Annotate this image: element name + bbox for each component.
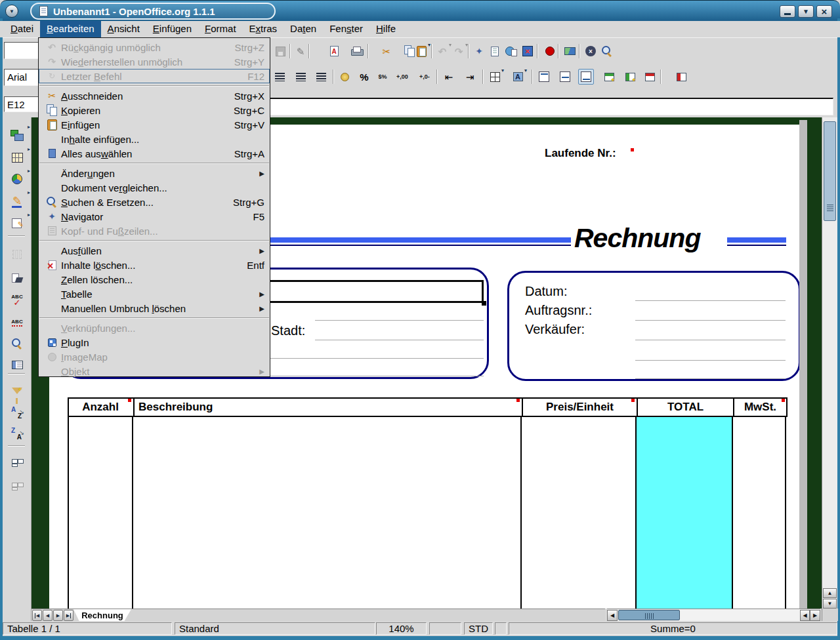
redo-button[interactable]: ↷▾ — [451, 43, 467, 59]
record-button[interactable] — [542, 43, 558, 59]
horizontal-scroll-thumb[interactable] — [618, 610, 680, 620]
window-menu-button[interactable]: ▼ — [5, 5, 18, 18]
cut-button[interactable]: ✂ — [379, 43, 394, 59]
previous-sheet-button[interactable]: ◀ — [43, 610, 52, 621]
autofilter-button[interactable]: ✦ — [5, 381, 29, 401]
navigator-button[interactable]: ✦ — [471, 43, 487, 59]
paste-button[interactable]: ▾ — [413, 43, 429, 59]
scroll-left-button[interactable]: ◀ — [607, 610, 618, 621]
menu-datei[interactable]: Datei — [4, 21, 40, 37]
menu-hilfe[interactable]: Hilfe — [369, 21, 402, 37]
menu-extras[interactable]: Extras — [243, 21, 284, 37]
align-top-button[interactable] — [536, 69, 552, 85]
menu-fenster[interactable]: Fenster — [323, 21, 369, 37]
sort-descending-button[interactable]: Z↘A — [5, 424, 29, 444]
percent-button[interactable]: % — [356, 69, 372, 85]
menu-item-ausschneiden[interactable]: ✂ Ausschneiden Strg+X — [39, 89, 270, 103]
header-beschreibung[interactable]: Beschreibung — [133, 397, 522, 417]
close-button[interactable]: × — [816, 5, 832, 18]
find-replace-button[interactable] — [5, 334, 29, 353]
menu-item-letzter-befehl[interactable]: ↻ Letzter Befehl F12 — [39, 69, 270, 83]
menu-daten[interactable]: Daten — [284, 21, 323, 37]
decrease-indent-button[interactable]: ⇤ — [441, 69, 457, 85]
auto-spellcheck-button[interactable]: ABC — [5, 313, 29, 332]
scroll-right-button[interactable]: ▶ — [810, 610, 820, 621]
undo-button[interactable]: ↶▾ — [434, 43, 450, 59]
menu-item-wiederherstellen[interactable]: ↷ Wiederherstellen unmöglich Strg+Y — [39, 54, 270, 69]
menu-item-aenderungen[interactable]: Änderungen ▶ — [39, 166, 270, 180]
align-bottom-button[interactable] — [578, 69, 594, 85]
menu-item-plugin[interactable]: PlugIn — [39, 335, 270, 350]
minimize-button[interactable] — [780, 5, 795, 18]
scroll-left-button-2[interactable]: ◀ — [800, 610, 810, 621]
menu-item-objekt[interactable]: Objekt ▶ — [39, 364, 270, 378]
horizontal-scrollbar[interactable]: ◀ ◀ ▶ — [607, 609, 820, 621]
menu-item-inhalte-einfuegen[interactable]: Inhalte einfügen... — [39, 132, 270, 146]
menu-item-inhalte-loeschen[interactable]: Inhalte löschen... Entf — [39, 258, 270, 272]
delete-row-button[interactable] — [642, 69, 658, 85]
align-right-button[interactable] — [293, 69, 308, 85]
menu-item-kopieren[interactable]: Kopieren Strg+C — [39, 103, 270, 117]
form-controls-button[interactable] — [5, 245, 29, 264]
center-vertical-button[interactable] — [557, 69, 573, 85]
next-sheet-button[interactable]: ▶ — [53, 610, 63, 621]
zoom-button[interactable] — [599, 43, 615, 59]
header-mwst[interactable]: MwSt. — [733, 397, 786, 417]
last-sheet-button[interactable]: ▶ — [64, 610, 74, 621]
sheet-tab-rechnung[interactable]: Rechnung — [74, 609, 131, 622]
menu-item-einfuegen[interactable]: Einfügen Strg+V — [39, 117, 270, 132]
exchange-format-button[interactable]: $% — [375, 69, 390, 85]
stop-loading-button[interactable]: × — [583, 43, 598, 59]
delete-column-button[interactable] — [673, 69, 689, 85]
save-button[interactable] — [272, 43, 288, 59]
menu-item-manuellen-umbruch[interactable]: Manuellen Umbruch löschen ▶ — [39, 301, 270, 315]
menu-item-suchen-ersetzen[interactable]: Suchen & Ersetzen... Strg+G — [39, 195, 270, 209]
menu-item-zellen-loeschen[interactable]: Zellen löschen... — [39, 272, 270, 287]
insert-column-button[interactable]: ✦ — [622, 69, 638, 85]
menu-item-alles-auswaehlen[interactable]: Alles auswählen Strg+A — [39, 146, 270, 161]
vertical-scrollbar[interactable]: ▲ ▼ — [822, 117, 837, 621]
insert-chart-button[interactable]: ▸ — [5, 169, 29, 189]
choose-themes-button[interactable] — [5, 268, 29, 288]
scroll-down-button[interactable]: ▼ — [823, 599, 837, 609]
edit-file-button[interactable]: ✎ — [293, 43, 308, 59]
insert-cells-button[interactable]: ▸ — [5, 148, 29, 167]
menu-einfuegen[interactable]: Einfügen — [146, 21, 198, 37]
background-color-button[interactable]: A▾ — [510, 69, 526, 85]
spellcheck-button[interactable]: ABC✓ — [5, 290, 29, 310]
status-zoom[interactable]: 140% — [376, 622, 427, 635]
menu-item-imagemap[interactable]: ImageMap — [39, 350, 270, 364]
vertical-scroll-thumb[interactable] — [824, 121, 836, 221]
menu-format[interactable]: Format — [198, 21, 243, 37]
sort-ascending-button[interactable]: A↘Z — [5, 403, 29, 423]
title-bar[interactable]: ▼ Unbenannt1 - OpenOffice.org 1.1.1 ▼ × — [0, 0, 840, 21]
selection-handle[interactable] — [482, 301, 486, 306]
menu-item-navigator[interactable]: ✦ Navigator F5 — [39, 209, 270, 224]
status-selection-mode[interactable]: STD — [464, 622, 493, 635]
menu-item-dokument-vergleichen[interactable]: Dokument vergleichen... — [39, 180, 270, 195]
delete-decimal-button[interactable]: +,0- — [417, 69, 432, 85]
maximize-button[interactable]: ▼ — [798, 5, 814, 18]
increase-indent-button[interactable]: ⇥ — [462, 69, 478, 85]
gallery-button[interactable] — [562, 43, 578, 59]
group-button[interactable] — [5, 453, 29, 473]
export-pdf-button[interactable] — [326, 43, 342, 59]
fullscreen-button[interactable]: ✕ — [520, 43, 536, 59]
edit-form-button[interactable]: ▸ — [5, 213, 29, 233]
data-sources-button[interactable] — [5, 355, 29, 374]
total-column-fill[interactable] — [637, 417, 733, 609]
add-decimal-button[interactable]: +,00 — [394, 69, 410, 85]
menu-item-verknuepfungen[interactable]: Verknüpfungen... — [39, 321, 270, 335]
menu-item-ausfuellen[interactable]: Ausfüllen ▶ — [39, 243, 270, 258]
stylist-button[interactable] — [487, 43, 503, 59]
header-preis-einheit[interactable]: Preis/Einheit — [522, 397, 637, 417]
menu-item-kopf-fusszeilen[interactable]: Kopf- und Fußzeilen... — [39, 224, 270, 238]
header-total[interactable]: TOTAL — [637, 397, 733, 417]
header-anzahl[interactable]: Anzahl — [68, 397, 133, 417]
insert-row-button[interactable]: ✦ — [601, 69, 617, 85]
justify-button[interactable] — [313, 69, 329, 85]
menu-bearbeiten[interactable]: Bearbeiten — [40, 21, 101, 37]
scroll-up-button[interactable]: ▲ — [823, 588, 837, 598]
hyperlink-button[interactable] — [503, 43, 519, 59]
menu-item-rueckgaengig[interactable]: ↶ Rückgängig unmöglich Strg+Z — [39, 40, 270, 54]
